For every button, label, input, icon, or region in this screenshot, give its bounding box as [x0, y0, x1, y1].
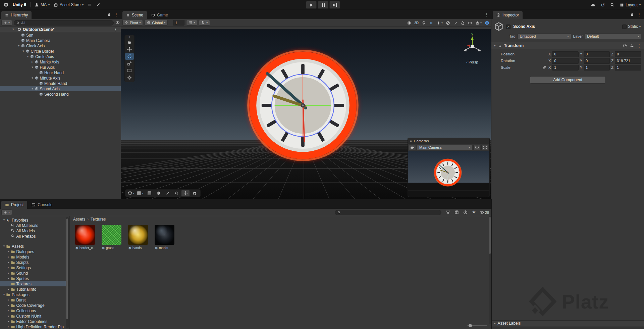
static-checkbox[interactable]: [622, 25, 627, 29]
asset-item-border-c-[interactable]: border_c...: [75, 225, 96, 250]
lock-icon[interactable]: [630, 13, 634, 16]
transform-rotation-y-field[interactable]: 0: [584, 58, 610, 64]
hierarchy-item-circle-border[interactable]: ▾Circle Border: [0, 48, 121, 54]
grid-plane-button[interactable]: [145, 190, 153, 196]
camera-settings-button[interactable]: [485, 20, 489, 25]
move-overlay-button[interactable]: [181, 190, 190, 196]
effects-toggle-button[interactable]: ▾: [436, 21, 443, 25]
asset-item-marks[interactable]: marks: [155, 225, 175, 250]
foldout-open-icon[interactable]: ▾: [2, 293, 6, 296]
shading-mode-button[interactable]: [407, 21, 411, 25]
transform-position-z-field[interactable]: 0: [615, 51, 641, 57]
object-name-field[interactable]: Scond Axis: [513, 24, 620, 29]
project-folder-sound[interactable]: ▸Sound: [0, 270, 69, 276]
project-search-input[interactable]: [342, 210, 439, 215]
foldout-closed-icon[interactable]: ▸: [7, 261, 10, 264]
project-folder-collections[interactable]: ▸Collections: [0, 308, 69, 313]
handle-space-button[interactable]: Global▾: [145, 20, 168, 26]
play-button[interactable]: [306, 1, 317, 9]
asset-store-menu[interactable]: Asset Store▾: [54, 2, 84, 7]
hierarchy-item-main-camera[interactable]: Main Camera: [0, 38, 121, 43]
foldout-open-icon[interactable]: ▾: [22, 49, 25, 53]
create-object-button[interactable]: ▾: [1, 20, 12, 26]
hierarchy-menu-dots[interactable]: ⋮: [114, 12, 118, 17]
asset-item-hands[interactable]: hands: [128, 225, 149, 250]
scene-visibility-icon[interactable]: [115, 20, 120, 25]
transform-position-y-field[interactable]: 0: [584, 51, 610, 57]
scene-root-row[interactable]: ▾ OutdoorsScene* ⋮: [0, 27, 121, 32]
project-folder-assets[interactable]: ▾Assets: [0, 243, 69, 249]
hierarchy-search[interactable]: [14, 20, 114, 26]
rotate-tool-button[interactable]: [125, 53, 134, 60]
foldout-closed-icon[interactable]: ▸: [7, 325, 10, 328]
foldout-closed-icon[interactable]: ▸: [7, 255, 10, 258]
paint-button[interactable]: [163, 190, 171, 196]
history-icon[interactable]: ↺: [601, 3, 605, 7]
droplet-button[interactable]: [461, 21, 465, 25]
info-icon[interactable]: [463, 210, 468, 215]
breadcrumb-textures[interactable]: Textures: [91, 217, 106, 222]
transform-component-header[interactable]: ▾ Transform ⋮: [491, 42, 644, 49]
help-icon[interactable]: [623, 44, 627, 48]
hierarchy-item-circle-axis[interactable]: ▾Circle Axis: [0, 54, 121, 59]
hierarchy-item-marks-axis[interactable]: ▸Marks Axis: [0, 59, 121, 64]
search-icon[interactable]: [610, 3, 614, 7]
camera-expand-button[interactable]: [481, 145, 488, 150]
2d-toggle-button[interactable]: 2D: [414, 21, 419, 25]
grid-settings-button[interactable]: ▾: [136, 190, 144, 196]
foldout-closed-icon[interactable]: ▸: [7, 298, 10, 301]
presets-icon[interactable]: [630, 44, 634, 48]
project-search[interactable]: [335, 210, 441, 215]
camera-info-button[interactable]: [473, 145, 480, 150]
project-folder-dialogues[interactable]: ▸Dialogues: [0, 249, 69, 254]
pivot-toggle-button[interactable]: Pivot▾: [122, 20, 143, 26]
asset-item-grass[interactable]: grass: [102, 225, 122, 250]
static-caret-icon[interactable]: ▾: [639, 25, 641, 28]
layers-overlay-button[interactable]: [191, 190, 199, 196]
project-folder-packages[interactable]: ▾Packages: [0, 292, 69, 297]
hierarchy-item-second-hand[interactable]: Second Hand: [0, 91, 121, 97]
foldout-open-icon[interactable]: ▾: [2, 218, 6, 222]
foldout-closed-icon[interactable]: ▸: [7, 320, 10, 323]
hierarchy-item-clock-axis[interactable]: ▾Clock Axis: [0, 43, 121, 48]
foldout-open-icon[interactable]: ▾: [2, 244, 6, 248]
search-scene-button[interactable]: [172, 190, 180, 196]
cloud-icon[interactable]: [590, 2, 595, 7]
hierarchy-item-scond-axis[interactable]: ▾Scond Axis: [0, 86, 121, 91]
project-folder-tutorialinfo[interactable]: ▸TutorialInfo: [0, 286, 69, 292]
lighting-toggle-button[interactable]: [422, 21, 426, 25]
transform-scale-z-field[interactable]: 1: [615, 65, 641, 70]
project-folder-editor-coroutines[interactable]: ▸Editor Coroutines: [0, 319, 69, 324]
create-asset-button[interactable]: ▾: [1, 209, 12, 215]
layout-menu[interactable]: Layout▾: [620, 3, 641, 7]
foldout-open-icon[interactable]: ▾: [31, 65, 34, 69]
project-folder-models[interactable]: ▸Models: [0, 254, 69, 260]
transform-scale-x-field[interactable]: 1: [552, 65, 578, 70]
tab-inspector[interactable]: Inspector: [493, 11, 523, 19]
snap-toggle-button[interactable]: ▾: [199, 20, 210, 26]
breadcrumb-assets[interactable]: Assets: [73, 217, 85, 222]
project-folder-favorites[interactable]: ▾★Favorites: [0, 217, 69, 223]
foldout-closed-icon[interactable]: ▸: [7, 314, 10, 318]
package-icon[interactable]: [454, 210, 459, 215]
zoom-slider-knob[interactable]: [469, 324, 472, 327]
grid-size-field[interactable]: 1: [173, 20, 184, 26]
layers-button[interactable]: ▾: [475, 21, 482, 25]
foldout-closed-icon[interactable]: ▸: [7, 271, 10, 275]
foldout-closed-icon[interactable]: ▸: [7, 250, 10, 253]
step-button[interactable]: [329, 1, 340, 9]
transform-scale-y-field[interactable]: 1: [584, 65, 610, 70]
project-folder-high-definition-render-pip[interactable]: ▸High Definition Render Pip: [0, 324, 69, 329]
menu-button[interactable]: [88, 3, 92, 7]
hierarchy-search-input[interactable]: [21, 21, 111, 25]
transform-tool-button[interactable]: [125, 74, 134, 81]
hierarchy-item-minute-hand[interactable]: Minute Hand: [0, 81, 121, 86]
hierarchy-item-hur-axis[interactable]: ▾Hur Axis: [0, 64, 121, 70]
visibility-count[interactable]: 28: [480, 210, 489, 215]
render-sphere-button[interactable]: [154, 190, 162, 196]
tab-hierarchy[interactable]: Hierarchy: [1, 11, 32, 19]
foldout-open-icon[interactable]: ▾: [12, 28, 14, 31]
overlay-drag-handle[interactable]: ≡: [129, 36, 130, 39]
brush-tool-button[interactable]: [453, 21, 458, 25]
foldout-open-icon[interactable]: ▾: [494, 44, 496, 47]
